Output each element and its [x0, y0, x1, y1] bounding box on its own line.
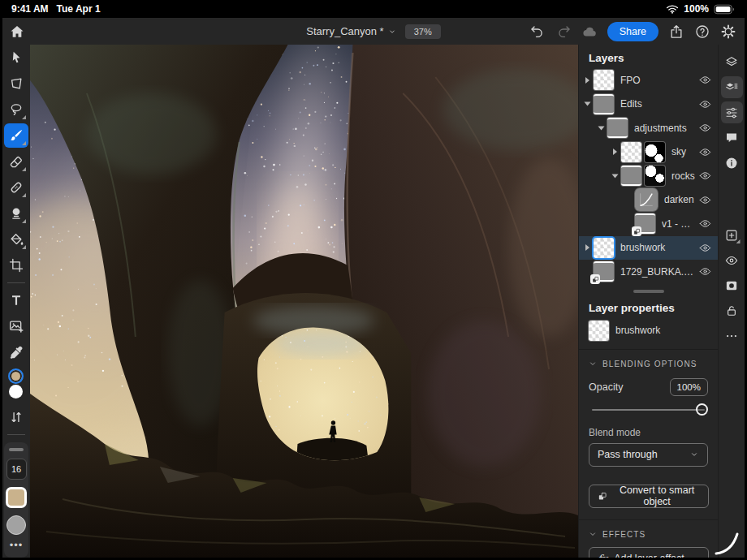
visibility-eye-icon[interactable]: [699, 196, 711, 205]
properties-layer-row: brushwork: [579, 321, 718, 350]
battery-percent: 100%: [684, 3, 709, 15]
share-button[interactable]: Share: [607, 22, 658, 41]
layer-thumbnail: [621, 166, 641, 186]
lock-icon[interactable]: [721, 299, 743, 321]
opacity-value[interactable]: 100%: [670, 378, 708, 396]
more-icon[interactable]: [721, 325, 743, 347]
place-image-tool[interactable]: [4, 314, 28, 338]
comments-icon[interactable]: [721, 127, 743, 149]
crop-tool[interactable]: [4, 253, 28, 278]
home-button[interactable]: [6, 20, 28, 43]
status-bar: 9:41 AM Tue Apr 1 100%: [0, 0, 747, 18]
layer-name: rocks: [671, 170, 696, 182]
layer-row[interactable]: brushwork: [579, 236, 718, 261]
options-drag-handle[interactable]: [9, 448, 24, 451]
layers-stack-icon[interactable]: [721, 51, 743, 73]
visibility-eye-icon[interactable]: [699, 123, 711, 132]
smart-object-badge: [632, 226, 641, 236]
corner-gesture-indicator: [714, 530, 741, 556]
add-layer-icon[interactable]: [721, 224, 743, 246]
convert-to-smart-object-button[interactable]: Convert to smart object: [589, 485, 709, 508]
blending-options-header[interactable]: BLENDING OPTIONS: [579, 350, 718, 372]
layer-name: sky: [671, 146, 696, 157]
layer-thumbnail: [594, 70, 614, 90]
panel-drag-handle[interactable]: [633, 290, 664, 293]
chevron-down-icon: [387, 27, 397, 37]
eraser-tool[interactable]: [4, 149, 28, 174]
layer-name: brushwork: [620, 242, 696, 253]
export-icon[interactable]: [665, 20, 688, 43]
layer-row[interactable]: Edits: [579, 93, 718, 117]
disclosure-triangle[interactable]: [612, 174, 619, 178]
layer-thumbnail: [621, 142, 641, 162]
layer-name: brushwork: [615, 325, 708, 336]
layer-row[interactable]: rocks: [579, 164, 718, 188]
visibility-eye-icon[interactable]: [699, 219, 711, 228]
help-button[interactable]: [691, 20, 714, 43]
add-layer-effect-button[interactable]: fx Add layer effect: [589, 547, 709, 558]
visibility-eye-icon[interactable]: [699, 267, 711, 276]
layer-row[interactable]: v1 - %60: [579, 212, 718, 236]
toolbar-divider: [7, 282, 25, 283]
layer-row[interactable]: 1729_BURKA...anced-NR33: [579, 260, 718, 284]
redo-button[interactable]: [552, 20, 575, 43]
wifi-icon: [666, 4, 679, 14]
type-tool[interactable]: [4, 288, 28, 312]
layer-row[interactable]: FPO: [579, 68, 718, 93]
info-icon[interactable]: [721, 152, 743, 174]
mask-icon[interactable]: [721, 274, 743, 296]
photoshop-ipad-app: 9:41 AM Tue Apr 1 100% Starry_Canyon * 3…: [0, 0, 747, 560]
fx-icon: fx: [598, 553, 607, 558]
undo-button[interactable]: [526, 20, 549, 43]
document-title[interactable]: Starry_Canyon *: [306, 25, 396, 37]
disclosure-triangle[interactable]: [585, 77, 589, 84]
disclosure-triangle[interactable]: [585, 244, 589, 251]
transform-tool[interactable]: [4, 71, 28, 96]
move-tool[interactable]: [4, 45, 28, 70]
visibility-eye-icon[interactable]: [699, 148, 711, 157]
visibility-eye-icon[interactable]: [699, 75, 711, 84]
cloud-sync-icon[interactable]: [578, 20, 601, 43]
layer-row[interactable]: adjustments: [579, 116, 718, 140]
visibility-eye-icon[interactable]: [699, 171, 711, 180]
panel-taskbar: [718, 45, 745, 558]
layer-thumbnail: [594, 94, 614, 114]
visibility-eye-icon[interactable]: [699, 100, 711, 109]
eyedropper-tool[interactable]: [4, 340, 28, 364]
disclosure-triangle[interactable]: [598, 126, 605, 130]
effects-header[interactable]: EFFECTS: [579, 520, 718, 542]
brush-opacity-control[interactable]: [6, 515, 26, 535]
canvas-image[interactable]: [30, 45, 578, 558]
zoom-level-badge[interactable]: 37%: [405, 24, 441, 39]
chevron-down-icon: [589, 360, 597, 368]
adjustments-icon[interactable]: [721, 101, 743, 123]
layer-row[interactable]: darken: [579, 188, 718, 213]
brush-size-field[interactable]: 16: [6, 459, 27, 480]
foreground-color-swatch[interactable]: [8, 368, 24, 384]
visibility-icon[interactable]: [721, 249, 743, 271]
visibility-eye-icon[interactable]: [699, 243, 711, 252]
opacity-slider[interactable]: [592, 403, 705, 417]
disclosure-triangle[interactable]: [613, 149, 617, 155]
clock: 9:41 AM: [11, 3, 49, 15]
disclosure-triangle[interactable]: [585, 102, 591, 106]
lasso-tool[interactable]: [4, 97, 28, 122]
layers-panel-title: Layers: [579, 45, 718, 68]
settings-gear-button[interactable]: [717, 20, 740, 43]
blend-mode-dropdown[interactable]: Pass through: [589, 443, 708, 467]
brush-color-swatch[interactable]: [6, 487, 27, 508]
swap-colors-button[interactable]: [4, 405, 28, 429]
more-options-button[interactable]: •••: [10, 542, 24, 549]
chevron-down-icon: [689, 450, 699, 459]
fill-tool[interactable]: [4, 227, 28, 252]
clone-stamp-tool[interactable]: [4, 201, 28, 226]
adjustment-curves-thumbnail: [635, 188, 658, 211]
layers-panel-icon[interactable]: [721, 76, 743, 98]
background-color-swatch[interactable]: [9, 385, 23, 398]
opacity-slider-knob[interactable]: [696, 403, 708, 416]
blend-mode-label: Blend mode: [579, 419, 718, 443]
healing-brush-tool[interactable]: [4, 175, 28, 200]
layer-row[interactable]: sky: [579, 140, 718, 165]
tool-bar: 16 •••: [2, 45, 30, 558]
brush-tool[interactable]: [4, 123, 28, 148]
